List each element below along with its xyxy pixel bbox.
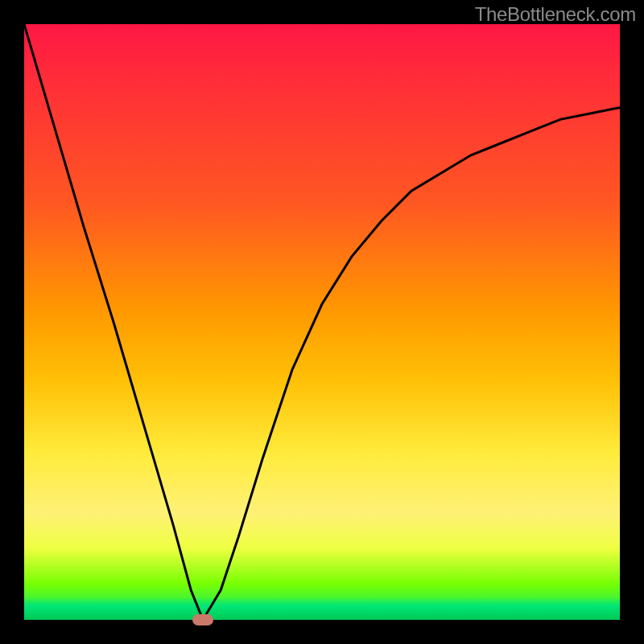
bottleneck-curve: [24, 24, 620, 620]
watermark-text: TheBottleneck.com: [475, 3, 636, 26]
optimal-point-marker: [192, 614, 213, 625]
chart-plot-area: [24, 24, 620, 620]
